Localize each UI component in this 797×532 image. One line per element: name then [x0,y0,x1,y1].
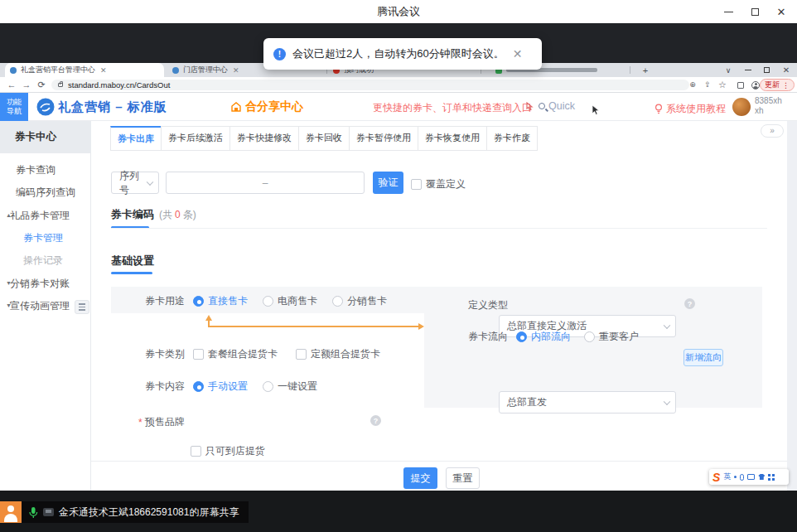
share-page-icon[interactable]: ⇪ [701,79,714,91]
reload-button[interactable]: ⟳ [35,79,48,91]
add-flow-button[interactable]: 新增流向 [683,349,723,366]
add-flow-label: 新增流向 [685,351,722,364]
forward-icon: → [22,80,31,89]
tab-card-void[interactable]: 券卡作废 [486,126,538,151]
screen-share-text: 金禾通技术王斌18662591081的屏幕共享 [59,505,239,520]
tab-separator [630,66,630,74]
close-window-button[interactable]: ✕ [769,0,794,23]
reset-button[interactable]: 重置 [446,467,480,489]
sidebar-group-gift-card-mgmt[interactable]: ▲ 礼品券卡管理 [0,205,91,226]
browser-update-button[interactable]: 更新 ⋮ [760,79,795,91]
browser-close-button[interactable]: ✕ [779,65,794,75]
serial-range-input[interactable]: – [166,172,365,194]
share-center-link[interactable]: 合分享中心 [230,99,303,114]
tab-close-icon[interactable]: ✕ [233,66,239,75]
forward-button[interactable]: → [20,79,33,91]
sidebar-item-card-query[interactable]: 券卡查询 [0,159,91,181]
flow-radio-internal[interactable] [516,331,527,342]
maximize-button[interactable] [742,0,767,23]
tab-close-icon[interactable]: ✕ [100,66,107,75]
codes-count: 0 [175,209,181,220]
tab-search-button[interactable]: ∨ [721,65,736,75]
store-pickup-label[interactable]: 只可到店提货 [205,444,265,458]
browser-tab-active[interactable]: 礼盒营销平台管理中心 ✕ [5,63,164,77]
usage-option-ecommerce[interactable]: 电商售卡 [278,294,317,308]
sidebar-item-code-seq-query[interactable]: 编码序列查询 [0,181,91,203]
minimize-button[interactable] [716,0,741,23]
define-type-help-icon[interactable]: ? [684,298,695,309]
sidebar-group-distribution-recon[interactable]: ▼ 分销券卡对账 [0,273,91,294]
verify-button[interactable]: 验证 [373,172,403,194]
main-panel: 券卡出库 券卡后续激活 券卡快捷修改 券卡回收 券卡暂停使用 券卡恢复使用 券卡… [91,121,787,491]
flow-radio-vip[interactable] [584,331,595,342]
notification-close-button[interactable]: ✕ [513,47,523,60]
usage-radio-ecommerce[interactable] [263,296,273,307]
presale-brand-help-icon[interactable]: ? [370,415,381,426]
zoom-page-icon[interactable]: ⊕ [686,79,699,91]
kebab-menu-icon[interactable]: ⋮ [782,81,790,89]
store-pickup-checkbox[interactable] [191,446,201,457]
sogou-logo-icon[interactable]: S [712,472,720,483]
content-radio-onekey[interactable] [263,381,273,392]
usage-option-direct[interactable]: 直接售卡 [208,294,248,308]
category-checkbox-fixed[interactable] [296,349,307,360]
extensions-button[interactable] [734,79,747,91]
ime-language-mode-icon[interactable]: 英 [723,473,731,481]
tab-card-suspend[interactable]: 券卡暂停使用 [349,126,418,151]
serial-type-value: 序列号 [119,169,142,197]
sidebar-item-card-mgmt[interactable]: 券卡管理 [0,227,91,249]
serial-type-select[interactable]: 序列号 [111,172,159,194]
tab-card-recycle[interactable]: 券卡回收 [298,126,350,151]
content-option-onekey[interactable]: 一键设置 [278,380,317,394]
sidebar-item-operation-log[interactable]: 操作记录 [0,249,91,271]
usage-radio-direct[interactable] [193,296,204,307]
browser-minimize-button[interactable] [741,65,756,75]
category-option-fixed[interactable]: 定额组合提货卡 [311,347,380,361]
user-avatar[interactable] [732,98,751,116]
submit-button[interactable]: 提交 [403,467,437,489]
codes-count-suffix: 条) [183,208,196,222]
content-option-manual[interactable]: 手动设置 [208,380,248,394]
sidebar-item-label: 礼品券卡管理 [10,205,70,226]
usage-option-distribution[interactable]: 分销售卡 [347,294,387,308]
codes-count-prefix: (共 [159,208,172,222]
override-checkbox[interactable] [411,179,422,190]
card-usage-row: 券卡用途 直接售卡 电商售卡 分销售卡 [145,294,387,308]
section-divider [111,228,767,229]
function-nav-button[interactable]: 功能 导航 [0,93,28,121]
sidebar-collapse-handle[interactable] [75,300,89,314]
verify-label: 验证 [379,176,398,190]
ime-skin-icon[interactable] [758,474,765,480]
tab-card-restore[interactable]: 券卡恢复使用 [418,126,487,151]
ime-keyboard-icon[interactable] [747,474,755,480]
tab-card-outbound[interactable]: 券卡出库 [110,126,162,151]
usage-radio-distribution[interactable] [332,296,343,307]
bookmark-star-button[interactable]: ☆ [716,79,729,91]
close-icon: ✕ [777,7,786,17]
browser-restore-button[interactable] [759,65,774,75]
back-button[interactable]: ← [5,79,18,91]
flow-select[interactable]: 总部直发 [499,391,676,414]
tab-card-later-activate[interactable]: 券卡后续激活 [161,126,230,151]
ime-toolbox-icon[interactable] [768,474,775,481]
flow-option-vip[interactable]: 重要客户 [599,330,639,344]
tab-card-quick-edit[interactable]: 券卡快捷修改 [229,126,299,151]
submit-label: 提交 [411,472,431,486]
flow-value: 总部直发 [507,395,547,409]
quick-search-link[interactable]: Quick [539,100,575,112]
back-icon: ← [7,80,17,89]
quick-label: Quick [548,100,575,112]
required-mark: * [138,417,142,428]
ime-punctuation-icon[interactable] [734,476,737,478]
flow-option-internal[interactable]: 内部流向 [531,330,571,344]
expand-panel-button[interactable]: » [761,124,784,138]
new-tab-button[interactable]: + [638,65,653,75]
tutorial-link[interactable]: 系统使用教程 [655,102,726,116]
card-category-row: 券卡类别 套餐组合提货卡 定额组合提货卡 [145,347,380,361]
form-footer: 提交 重置 [91,461,787,491]
category-option-combo[interactable]: 套餐组合提货卡 [208,347,278,361]
ime-microphone-icon[interactable] [740,474,744,481]
address-bar[interactable]: standard.maboy.cn/CardsOut [51,80,689,90]
content-radio-manual[interactable] [193,381,204,392]
category-checkbox-combo[interactable] [193,349,204,360]
